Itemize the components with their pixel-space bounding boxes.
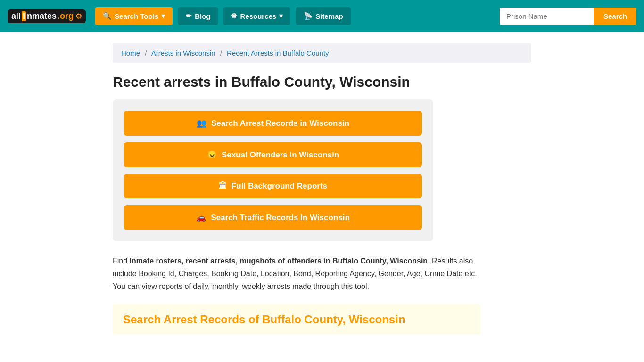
description: Find Inmate rosters, recent arrests, mug… xyxy=(113,255,480,293)
logo-icon: ⚙ xyxy=(75,12,82,21)
background-reports-label: Full Background Reports xyxy=(231,181,327,191)
sexual-offenders-icon: 😠 xyxy=(207,150,217,160)
breadcrumb-current[interactable]: Recent Arrests in Buffalo County xyxy=(227,49,329,57)
sitemap-label: Sitemap xyxy=(315,12,343,20)
section-title: Search Arrest Records of Buffalo County,… xyxy=(123,313,470,326)
section-title-box: Search Arrest Records of Buffalo County,… xyxy=(113,304,480,335)
logo-i-char: I xyxy=(22,11,26,21)
blog-icon: ✏ xyxy=(186,12,192,20)
page-title: Recent arrests in Buffalo County, Wiscon… xyxy=(113,74,531,90)
sexual-offenders-label: Sexual Offenders in Wisconsin xyxy=(222,150,339,160)
prison-search-button[interactable]: Search xyxy=(594,8,636,25)
sitemap-icon: 📡 xyxy=(304,12,313,20)
traffic-records-label: Search Traffic Records In Wisconsin xyxy=(211,213,350,222)
description-highlight: Inmate rosters, recent arrests, mugshots… xyxy=(130,257,428,265)
action-card: 👥 Search Arrest Records in Wisconsin 😠 S… xyxy=(113,99,433,241)
resources-button[interactable]: ❋ Resources ▾ xyxy=(223,7,290,25)
logo[interactable]: all I nmates .org ⚙ xyxy=(8,9,86,23)
traffic-records-icon: 🚗 xyxy=(196,213,206,222)
logo-text-all: all xyxy=(11,11,21,21)
breadcrumb-home[interactable]: Home xyxy=(121,49,140,57)
breadcrumb-sep-1: / xyxy=(145,49,147,57)
resources-chevron-icon: ▾ xyxy=(279,12,283,20)
blog-label: Blog xyxy=(195,12,210,20)
resources-label: Resources xyxy=(240,12,276,20)
breadcrumb: Home / Arrests in Wisconsin / Recent Arr… xyxy=(113,43,531,63)
description-intro: Find xyxy=(113,257,130,265)
arrest-records-icon: 👥 xyxy=(197,118,206,128)
search-tools-chevron-icon: ▾ xyxy=(161,12,165,20)
resources-icon: ❋ xyxy=(231,12,237,20)
background-reports-button[interactable]: 🏛 Full Background Reports xyxy=(124,174,422,198)
arrest-records-label: Search Arrest Records in Wisconsin xyxy=(211,119,349,128)
traffic-records-button[interactable]: 🚗 Search Traffic Records In Wisconsin xyxy=(124,205,422,230)
logo-text-nmates: nmates xyxy=(27,11,57,21)
prison-search-input[interactable] xyxy=(500,8,594,25)
prison-search-area: Search xyxy=(500,8,636,25)
navbar: all I nmates .org ⚙ 🔍 Search Tools ▾ ✏ B… xyxy=(0,0,644,32)
blog-button[interactable]: ✏ Blog xyxy=(178,7,218,25)
prison-search-label: Search xyxy=(603,12,627,20)
sexual-offenders-button[interactable]: 😠 Sexual Offenders in Wisconsin xyxy=(124,142,422,167)
sitemap-button[interactable]: 📡 Sitemap xyxy=(296,7,350,25)
main-content: Home / Arrests in Wisconsin / Recent Arr… xyxy=(105,43,539,335)
breadcrumb-sep-2: / xyxy=(220,49,222,57)
arrest-records-button[interactable]: 👥 Search Arrest Records in Wisconsin xyxy=(124,111,422,136)
search-tools-label: Search Tools xyxy=(115,12,158,20)
search-tools-button[interactable]: 🔍 Search Tools ▾ xyxy=(95,7,173,25)
logo-text-org: .org xyxy=(58,11,74,21)
breadcrumb-arrests-wi[interactable]: Arrests in Wisconsin xyxy=(151,49,215,57)
background-reports-icon: 🏛 xyxy=(219,181,227,191)
search-tools-icon: 🔍 xyxy=(103,12,112,20)
